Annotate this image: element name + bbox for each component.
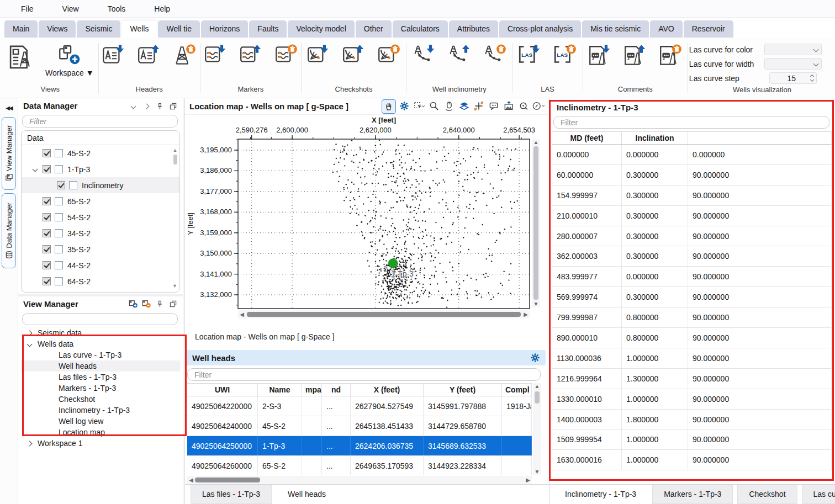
well-heads-horizontal-scrollbar[interactable]: ◀ ▶: [187, 476, 532, 484]
ribbon-tab-mis-tie-seismic[interactable]: Mis tie seismic: [582, 20, 649, 38]
comment-icon[interactable]: [487, 99, 500, 113]
inclinometry-row[interactable]: 1330.0000101.00000090.000000: [552, 389, 832, 410]
ribbon-tab-well-tie[interactable]: Well tie: [158, 20, 200, 38]
checkbox-secondary[interactable]: [55, 197, 63, 205]
scroll-down-icon[interactable]: ▼: [172, 280, 177, 290]
import-inclinometry-button[interactable]: [410, 43, 438, 68]
inclinometry-row[interactable]: 483.9999770.00000090.000000: [552, 267, 832, 287]
scroll-thumb[interactable]: [173, 155, 177, 165]
checkbox-visible[interactable]: [43, 229, 51, 237]
checkbox-visible[interactable]: [57, 181, 65, 189]
right-tab-inclinometry-1-tp-3[interactable]: Inclinometry - 1-Tp-3: [553, 485, 648, 504]
select-icon[interactable]: [413, 99, 426, 113]
tree-column-header[interactable]: Data: [22, 131, 179, 145]
view-tree-item-las-files-1-tp-3[interactable]: Las files - 1-Tp-3: [21, 372, 180, 383]
well-heads-column-header[interactable]: X (feet): [351, 384, 424, 396]
checkbox-visible[interactable]: [43, 277, 51, 285]
delete-inclinometry-button[interactable]: [481, 43, 509, 68]
data-manager-filter[interactable]: [22, 115, 178, 128]
ribbon-tab-attributes[interactable]: Attributes: [449, 20, 498, 38]
inclinometry-row[interactable]: 569.9999740.30000090.000000: [552, 287, 832, 307]
data-tree-item-35-s-2[interactable]: 35-S-2: [22, 241, 179, 257]
delete-las-button[interactable]: LAS: [551, 43, 579, 68]
well-heads-column-header[interactable]: Y (feet): [424, 384, 502, 396]
settings-icon[interactable]: [398, 99, 411, 113]
expand-chevron[interactable]: [21, 342, 38, 346]
ribbon-tab-velocity-model[interactable]: Velocity model: [288, 20, 354, 38]
checkbox-secondary[interactable]: [55, 229, 63, 237]
view-tree-item-seismic-data[interactable]: Seismic data: [21, 327, 180, 338]
measure-icon[interactable]: [517, 99, 530, 113]
menu-file[interactable]: File: [11, 2, 44, 16]
import-checkshots-button[interactable]: [304, 43, 332, 68]
inclinometry-row[interactable]: 210.0000100.30000090.000000: [552, 206, 832, 226]
inclinometry-column-header[interactable]: MD (feet): [552, 132, 622, 144]
right-tab-checkshot[interactable]: Checkshot: [737, 485, 797, 504]
import-comments-button[interactable]: [586, 43, 614, 68]
menu-view[interactable]: View: [52, 2, 89, 16]
well-heads-filter-input[interactable]: [193, 368, 540, 381]
las-curve-dropdown[interactable]: [764, 58, 822, 70]
well-heads-column-header[interactable]: UWI: [187, 384, 258, 396]
zoom-icon[interactable]: [427, 99, 441, 113]
data-tree-item-inclinometry[interactable]: Inclinometry: [22, 177, 179, 193]
checkbox-secondary[interactable]: [55, 245, 63, 253]
ribbon-tab-other[interactable]: Other: [356, 20, 392, 38]
well-heads-filter[interactable]: [187, 368, 541, 381]
menu-tools[interactable]: Tools: [98, 2, 136, 16]
inclinometry-row[interactable]: 362.0000030.30000090.000000: [552, 246, 832, 267]
mouse-icon[interactable]: [442, 99, 456, 113]
pin-icon[interactable]: [155, 299, 164, 308]
remove-view-icon[interactable]: [142, 299, 151, 308]
ribbon-tab-avo[interactable]: AVO: [650, 20, 683, 38]
float-window-icon[interactable]: [168, 102, 177, 110]
data-tree-item-65-s-2[interactable]: 65-S-2: [22, 193, 179, 209]
inclinometry-column-header[interactable]: [688, 132, 832, 144]
panel-splitter[interactable]: [18, 294, 183, 296]
inclinometry-row[interactable]: 1630.0000161.00000090.000000: [552, 450, 832, 470]
well-heads-row[interactable]: 490250642200002-S-3...2627904.5275493145…: [187, 396, 532, 416]
right-tab-las-curve-[interactable]: Las curve -: [802, 485, 835, 504]
map-horizontal-scrollbar[interactable]: ◀ ▶: [238, 310, 530, 319]
delete-checkshots-button[interactable]: [375, 43, 403, 68]
import-headers-button[interactable]: [100, 43, 128, 68]
expand-chevron[interactable]: [21, 331, 38, 335]
checkbox-secondary[interactable]: [55, 277, 63, 285]
export-checkshots-button[interactable]: [340, 43, 367, 68]
delete-markers-button[interactable]: [272, 43, 300, 68]
data-manager-filter-input[interactable]: [28, 115, 177, 128]
export-image-icon[interactable]: [502, 99, 515, 113]
ribbon-tab-calculators[interactable]: Calculators: [393, 20, 448, 38]
checkbox-secondary[interactable]: [55, 213, 63, 221]
view-tree-item-markers-1-tp-3[interactable]: Markers - 1-Tp-3: [21, 383, 180, 394]
vertical-tab-view-manager[interactable]: View Manager: [2, 117, 16, 190]
export-comments-button[interactable]: [621, 43, 649, 68]
right-tab-markers-1-tp-3[interactable]: Markers - 1-Tp-3: [652, 485, 733, 504]
view-tree-item-wells-data[interactable]: Wells data: [21, 338, 180, 349]
well-heads-table[interactable]: UWINamempandX (feet)Y (feet)Compl4902506…: [187, 383, 532, 475]
compass-icon[interactable]: [532, 99, 545, 113]
vertical-tab-data-manager[interactable]: Data Manager: [2, 193, 16, 268]
spinner-carets[interactable]: [811, 75, 813, 81]
scroll-thumb[interactable]: [533, 146, 538, 300]
layers-icon[interactable]: [457, 99, 471, 113]
las-curve-dropdown[interactable]: [764, 44, 822, 55]
expand-chevron[interactable]: [21, 442, 38, 445]
ribbon-tab-faults[interactable]: Faults: [249, 20, 287, 38]
checkbox-secondary[interactable]: [55, 149, 63, 157]
inclinometry-column-header[interactable]: Inclination: [622, 132, 688, 144]
well-heads-column-header[interactable]: Name: [258, 384, 302, 396]
checkbox-secondary[interactable]: [69, 181, 77, 189]
chevron-right-icon[interactable]: [142, 102, 151, 110]
gear-icon[interactable]: [530, 353, 540, 363]
pan-icon[interactable]: [382, 99, 396, 114]
view-manager-filter-input[interactable]: [28, 313, 177, 325]
scroll-right-icon[interactable]: ▶: [524, 477, 532, 483]
ribbon-tab-cross-plot-analysis[interactable]: Cross-plot analysis: [499, 20, 581, 38]
location-map-plot[interactable]: X [feet]Y [feet]2,590,2762,600,0002,620,…: [185, 115, 549, 314]
las-curve-step-spinner[interactable]: 15: [769, 72, 817, 84]
delete-comments-button[interactable]: [657, 43, 684, 68]
add-view-icon[interactable]: [129, 299, 138, 308]
move-icon[interactable]: [472, 99, 485, 113]
well-heads-column-header[interactable]: mpa: [302, 384, 322, 396]
